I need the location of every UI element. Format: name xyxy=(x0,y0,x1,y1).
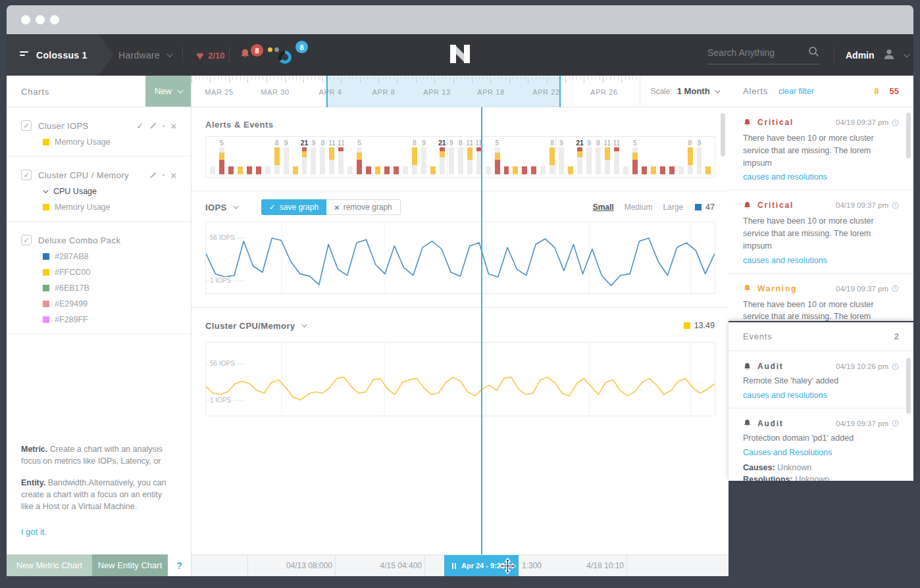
histogram-bar[interactable] xyxy=(513,137,518,177)
global-search[interactable] xyxy=(707,46,819,64)
time-scrubber-bar[interactable]: Apr 24 - 9:20 04/13 08:0004/15 04:4001:3… xyxy=(192,554,728,576)
histogram-bar[interactable]: 11 xyxy=(605,137,610,177)
critical-count[interactable]: 55 xyxy=(890,86,899,96)
new-entity-chart-button[interactable]: New Entity Chart xyxy=(92,554,168,576)
histogram-bar[interactable] xyxy=(347,137,353,177)
histogram-bar[interactable] xyxy=(486,137,491,177)
histogram-bar[interactable]: 11 xyxy=(614,137,619,177)
histogram-bar[interactable]: 11 xyxy=(329,137,334,177)
chart-checkbox[interactable]: ✓ xyxy=(21,170,32,180)
histogram-bar[interactable]: 5 xyxy=(219,137,224,177)
scrollbar-thumb[interactable] xyxy=(721,113,725,157)
apply-icon[interactable]: ✓ xyxy=(136,121,143,131)
new-metric-chart-button[interactable]: New Metric Chart xyxy=(7,554,92,576)
histogram-bar[interactable] xyxy=(504,137,509,177)
histogram-bar[interactable] xyxy=(678,137,684,177)
histogram-bar[interactable] xyxy=(623,137,628,177)
search-icon[interactable] xyxy=(808,46,819,60)
histogram-bar[interactable] xyxy=(669,137,675,177)
histogram-bar[interactable] xyxy=(210,137,215,177)
histogram-bar[interactable]: 8 xyxy=(458,137,463,177)
close-icon[interactable]: × xyxy=(170,170,176,180)
histogram-bar[interactable]: 11 xyxy=(338,137,344,177)
alert-count-badge[interactable]: 8 xyxy=(251,44,263,57)
chart-checkbox[interactable]: ✓ xyxy=(21,235,32,245)
cpu-memory-chart[interactable]: 56 IOPS 1 IOPS xyxy=(205,342,715,416)
histogram-bar[interactable] xyxy=(238,137,243,177)
scale-selector[interactable]: Scale: 1 Month xyxy=(640,76,728,107)
histogram-bar[interactable]: 8 xyxy=(274,137,280,177)
tasks-spinner-icon[interactable] xyxy=(278,51,292,64)
event-item[interactable]: Audit04/19 10:26 pmRemote Site 'haley' a… xyxy=(728,351,913,408)
chart-checkbox[interactable]: ✓ xyxy=(21,120,32,131)
histogram-bar[interactable]: 8 xyxy=(412,137,417,177)
cpu-memory-title-dropdown[interactable]: Cluster CPU/Memory xyxy=(205,321,305,331)
histogram-bar[interactable]: 21 xyxy=(302,137,307,177)
help-button[interactable]: ? xyxy=(168,554,191,576)
histogram-bar[interactable] xyxy=(375,137,380,177)
window-control-dot[interactable] xyxy=(50,15,59,24)
alert-item[interactable]: Critical04/19 09:37 pmThere have been 10… xyxy=(728,107,913,189)
histogram-bar[interactable] xyxy=(430,137,436,177)
task-count-badge[interactable]: 8 xyxy=(295,41,308,53)
histogram-bar[interactable]: 8 xyxy=(320,137,325,177)
histogram-bar[interactable] xyxy=(522,137,527,177)
clear-filter-link[interactable]: clear filter xyxy=(779,87,814,96)
search-input[interactable] xyxy=(707,47,803,58)
histogram-bar[interactable]: 9 xyxy=(311,137,316,177)
size-option-small[interactable]: Small xyxy=(593,203,614,212)
histogram-bar[interactable] xyxy=(531,137,536,177)
window-control-dot[interactable] xyxy=(21,15,30,24)
histogram-bar[interactable]: 21 xyxy=(577,137,582,177)
histogram-bar[interactable]: 9 xyxy=(697,137,702,177)
histogram-bar[interactable]: 9 xyxy=(586,137,592,177)
histogram-bar[interactable] xyxy=(540,137,546,177)
edit-icon[interactable] xyxy=(149,122,157,130)
histogram-bar[interactable] xyxy=(265,137,270,177)
remove-graph-button[interactable]: × remove graph xyxy=(326,199,401,215)
causes-resolutions-link[interactable]: causes and resolutions xyxy=(743,256,827,265)
cluster-breadcrumb[interactable]: Colossus 1 xyxy=(7,34,113,76)
window-control-dot[interactable] xyxy=(36,15,45,24)
chart-metric-item[interactable]: #F289FF xyxy=(43,315,176,324)
nutanix-logo[interactable] xyxy=(450,45,470,66)
selection-handle-right[interactable] xyxy=(559,76,561,107)
alerts-bell-button[interactable] xyxy=(240,48,251,62)
histogram-bar[interactable]: 9 xyxy=(284,137,289,177)
causes-resolutions-link[interactable]: causes and resolutions xyxy=(743,172,827,182)
time-cursor-line[interactable] xyxy=(481,107,482,554)
histogram-bar[interactable]: 11 xyxy=(467,137,473,177)
size-option-large[interactable]: Large xyxy=(663,203,683,212)
size-option-medium[interactable]: Medium xyxy=(625,203,653,212)
alert-item[interactable]: Critical04/19 09:37 pmThere have been 10… xyxy=(728,189,913,272)
histogram-bar[interactable] xyxy=(384,137,390,177)
warning-count[interactable]: 8 xyxy=(874,86,879,96)
histogram-bar[interactable]: 9 xyxy=(421,137,426,177)
histogram-bar[interactable] xyxy=(293,137,298,177)
chart-metric-item[interactable]: Memory Usage xyxy=(43,203,176,212)
iops-title-dropdown[interactable]: IOPS xyxy=(205,203,237,212)
causes-resolutions-link[interactable]: causes and resolutions xyxy=(743,391,827,400)
histogram-bar[interactable]: 5 xyxy=(632,137,638,177)
iops-chart[interactable]: 56 IOPS 1 IOPS xyxy=(205,222,715,294)
histogram-bar[interactable]: 8 xyxy=(596,137,601,177)
histogram-bar[interactable]: 21 xyxy=(440,137,445,177)
histogram-bar[interactable] xyxy=(651,137,656,177)
chart-metric-item[interactable]: #287AB8 xyxy=(43,252,176,261)
user-menu[interactable]: Admin xyxy=(846,47,908,62)
scrollbar-thumb[interactable] xyxy=(906,358,911,414)
histogram-bar[interactable]: 9 xyxy=(559,137,564,177)
alerts-events-histogram[interactable]: 589219811115892198111158921981111589 xyxy=(205,136,715,178)
histogram-bar[interactable] xyxy=(394,137,399,177)
histogram-bar[interactable] xyxy=(247,137,252,177)
chart-metric-item[interactable]: Memory Usage xyxy=(43,137,176,147)
histogram-bar[interactable] xyxy=(228,137,234,177)
chart-metric-item[interactable]: #FFCC00 xyxy=(43,268,176,277)
histogram-bar[interactable] xyxy=(568,137,573,177)
histogram-bar[interactable]: 8 xyxy=(688,137,693,177)
histogram-bar[interactable] xyxy=(256,137,261,177)
event-item[interactable]: Audit04/19 09:37 pmProtection domain 'pd… xyxy=(728,408,913,481)
nav-menu-hardware[interactable]: Hardware xyxy=(118,50,171,61)
histogram-bar[interactable]: 5 xyxy=(357,137,362,177)
chart-metric-item[interactable]: #6EB17B xyxy=(43,283,176,293)
